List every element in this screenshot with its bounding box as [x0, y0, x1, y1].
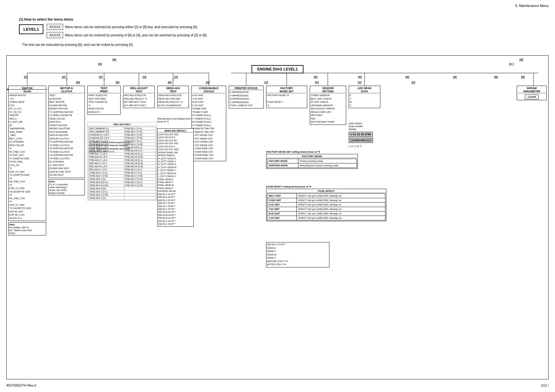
table-cell: [124, 187, 156, 190]
header-title: 5. Maintenance Menu: [515, 4, 549, 8]
table-cell: INTACT: Not yet cut/BLOWN: Already cut: [297, 194, 385, 198]
bracket-2-col3: [2]: [99, 76, 103, 79]
bracket-2-consumable: [2]: [206, 81, 209, 84]
bracket-2-left: [2]: [98, 63, 102, 66]
dens-adj-result-panel: DENS ADJ RESULT LEV0 V/D OUT YMCLEV0 V/D…: [157, 128, 194, 227]
table-cell: D-RANGE (L) Y,M,C: [89, 133, 124, 137]
table-cell: FINE ADJ C L,R,X: [89, 159, 124, 162]
table-cell: Releasing the Factory working mode: [298, 163, 357, 168]
table-cell: D-RANGE (R) Y,M,C: [89, 137, 124, 140]
table-cell: INTACT: Not yet cut/BLOWN: Already cut: [297, 203, 385, 207]
table-cell: BELT UNIT: [267, 194, 297, 198]
bracket-8-right: [8]: [520, 58, 523, 61]
bracket-2-col5: [2]: [174, 76, 178, 79]
dens-adj-result-header: DENS ADJ RESULT: [158, 129, 193, 132]
printer-status-header: PRINTER STATUS: [230, 87, 263, 90]
table-row: M-ID UNIT INTACT: Not yet cut/BLOWN: Alr…: [267, 211, 385, 216]
delta-values-items: DELTA-C 07=8***DENS-KDENS-YDENS-MDENS-CB…: [267, 243, 328, 266]
led-head-col: LED HEADDATA KYMC: [349, 86, 380, 108]
switch-scan-items: PAPER ROUTE: PUTONER SENSCVOUP_LU_FUST_F…: [9, 94, 45, 220]
reg-adjust-col: REG ADJUSTTEST REG ADJ EXECUTEREG ADJ RE…: [123, 86, 155, 108]
switch-scan-header: SWITCHSCAN: [9, 87, 45, 93]
bracket-8-dens: [8]: [168, 81, 171, 84]
bracket-8-col11: [8]: [521, 76, 525, 79]
dens-adj-header: DENS ADJTEST: [158, 87, 188, 93]
factory-mode-data-table: FACTORY MODE Factory working mode SHIPPI…: [267, 159, 357, 168]
bracket-2-col2: [2]: [62, 76, 65, 79]
table-row: CRSE ADJ M [X]: [89, 187, 156, 190]
led-head-serial-note: (LED HEAD)serial numberdisplay: [349, 122, 399, 131]
bracket-8-col10: [8]: [494, 76, 498, 79]
table-cell: FINE ADJ M [Y-R]: [124, 156, 156, 159]
fuse-intact-note: (FUSE INTACT setting items) Items of *6: [266, 185, 386, 188]
table-cell: SHIPPING MODE: [267, 163, 298, 168]
table-row: CRSE ADJ C [Y-L]: [89, 190, 156, 193]
bracket-8-testprint: [8]: [116, 81, 119, 84]
table-row: REO ADJ C L,R,XFINE ADJ C [Y-L]: [89, 168, 156, 171]
doc-number: 45376001TH Rev.2: [6, 383, 36, 387]
table-cell: FINE ADJ Y [Y-R]: [124, 130, 156, 133]
table-cell: FINE ADJ C [Y-L]: [124, 171, 156, 175]
table-cell: [124, 193, 156, 197]
density-note: (Density test result display item)Items …: [157, 117, 202, 123]
xxxxx-box-2: XXXXX: [47, 32, 63, 38]
table-row: CRSE ADJ Y [Y-R]FINE ADJ C [Y-R]: [89, 175, 156, 178]
fuse-intact-box: FUSE INTACT BELT UNIT INTACT: Not yet cu…: [266, 189, 386, 221]
instruction-title: (1) How to select the menu items: [19, 17, 304, 21]
table-cell: CRSE ADJ Y [X]: [89, 178, 124, 181]
factory-mode-box-header: FACTORY MODE: [267, 155, 357, 158]
led-serial-display-1: n 01 23 45 6789: [349, 132, 373, 137]
table-cell: FINE ADJ Y [Y-L]: [124, 127, 156, 130]
table-row: CRSE ADJ M [Y-R]FINE ADJ C [X-R]: [89, 184, 156, 187]
table-row: Y-ID UNIT INTACT: Not yet cut/BLOWN: Alr…: [267, 207, 385, 211]
table-row: C-ID UNIT INTACT: Not yet cut/BLOWN: Alr…: [267, 216, 385, 220]
reg-adj-note-box: REG ADJ RSLT SNS CARIBRAT (L)FINE ADJ Y …: [87, 122, 157, 201]
table-cell: [124, 190, 156, 193]
bracket-8-col8: [8]: [406, 76, 409, 79]
clear-button[interactable]: CLEAR: [525, 95, 539, 99]
reg-adjust-header: REG ADJUSTTEST: [124, 87, 154, 93]
table-cell: CRSE ADJ M [Y-R]: [89, 184, 124, 187]
instruction-block: (1) How to select the menu items LEVEL1 …: [19, 17, 304, 46]
printer-status-col: PRINTER STATUS K-IMPRESSIONSY-IMPRESSION…: [229, 86, 264, 108]
instruction-line-2: XXXXX Menu items can be entered by press…: [47, 32, 304, 38]
test-print-col: TESTPRINT PRINT EXECUTETEST PATTERNTEST …: [87, 86, 121, 115]
delta-values-panel: DELTA-C 07=8***DENS-KDENS-YDENS-MDENS-CB…: [266, 242, 329, 267]
nvram-col: NVRAMPARAMETER CLEAR: [517, 86, 547, 100]
switch-scan-note: Note: For details, refer tothe "Switch S…: [8, 222, 46, 236]
table-cell: [124, 197, 156, 200]
sensor-setting-items: TONER SENSORBELT UNIT CHECKID UNIT CHECK…: [311, 94, 345, 124]
table-cell: REO ADJ C L,R,X: [89, 168, 124, 171]
table-row: REG ADJ Y L,R,XFINE ADJ M [X-R]: [89, 162, 156, 165]
motor-clutch-header: MOTOR &CLUTCH: [49, 87, 84, 93]
color-reg-note: (Color registration correction test resu…: [89, 147, 152, 153]
table-cell: INTACT: Not yet cut/BLOWN: Already cut: [297, 211, 385, 216]
table-row: CRSE ADJ Y [Y-L]FINE ADJ C [Y-L]: [89, 171, 156, 175]
dens-adj-result-items: LEV0 V/D OUT YMCLEV0 V/D OUT KLEV0 V/D O…: [158, 133, 193, 226]
main-diagram: ENGINE DIAG LEVEL1 [8] [8] [2] [2 ] [2] …: [7, 56, 548, 379]
bracket-8-col7: [8]: [358, 76, 362, 79]
table-row: SNS CARIBRAT (R)FINE ADJ Y [Y-R]: [89, 130, 156, 133]
bracket-2-factory: [2]: [315, 81, 319, 84]
led-head-header: LED HEADDATA: [350, 87, 379, 93]
table-cell: INTACT: Not yet cut/BLOWN: Already cut: [297, 207, 385, 211]
table-row: CRSE ADJ C [Y-R]: [89, 193, 156, 197]
led-head-items: KYMC: [350, 94, 379, 107]
tray-note: *1: TRAY2,TRAY3,TRAY4,and DUPLEXare disp…: [89, 141, 152, 147]
dens-adj-items: DENS ADJ EXECUTEDENS ADJ PAR-SETDENS ADJ…: [158, 94, 188, 107]
table-row: D-RANGE (R) Y,M,CFINE ADJ Y [Y-R]: [89, 137, 156, 140]
table-row: FACTORY MODE Factory working mode: [267, 159, 357, 163]
table-cell: FINE ADJ C [Y-R]: [124, 175, 156, 178]
page-number: 113 /: [541, 383, 549, 387]
fuse-intact-area: (FUSE INTACT setting items) Items of *6 …: [266, 185, 386, 221]
table-cell: REG ADJ M L,R,X: [89, 165, 124, 168]
table-cell: CRSE ADJ M [Y-L]: [89, 181, 124, 184]
reg-adj-rslt-header: REG ADJ RSLT: [88, 123, 156, 126]
instruction-line-1: XXXXX Menu items can be selected by pres…: [47, 24, 304, 30]
table-cell: FINE ADJ Y [Y-R]: [124, 137, 156, 140]
instruction-note: The test can be executed by pressing [6]…: [22, 43, 304, 46]
table-row: CRSE ADJ M [Y-L]FINE ADJ C [X-L]: [89, 181, 156, 184]
nvram-header: NVRAMPARAMETER: [518, 87, 546, 93]
table-cell: K-ID UNIT: [267, 203, 297, 207]
table-row: FINE ADJ M L,R,XFINE ADJ M [Y-R]: [89, 156, 156, 159]
